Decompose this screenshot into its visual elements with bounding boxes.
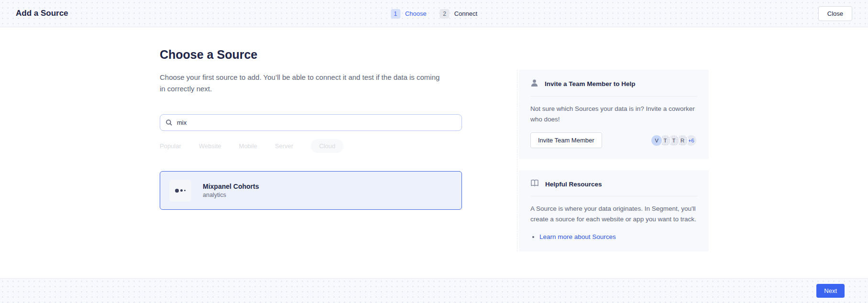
wizard-footer: Next: [0, 278, 868, 303]
step-connect: 2 Connect: [440, 9, 477, 19]
next-button[interactable]: Next: [816, 284, 845, 298]
person-icon: [530, 79, 538, 89]
resource-list-item: Learn more about Sources: [539, 233, 697, 240]
source-search-box[interactable]: [160, 114, 462, 131]
avatar: V: [650, 134, 663, 147]
invite-card-title: Invite a Team Member to Help: [545, 80, 636, 87]
search-icon: [165, 119, 173, 126]
invite-card-body: Not sure which Sources your data is in? …: [530, 104, 697, 125]
invite-team-card: Invite a Team Member to Help Not sure wh…: [519, 70, 709, 159]
divider: [530, 96, 697, 97]
close-button[interactable]: Close: [818, 6, 852, 21]
tab-website[interactable]: Website: [199, 139, 221, 153]
divider: [530, 196, 697, 196]
step-number-badge: 1: [391, 9, 400, 19]
resources-card-title: Helpful Resources: [545, 181, 602, 188]
tab-mobile[interactable]: Mobile: [239, 139, 257, 153]
category-tabs: Popular Website Mobile Server Cloud: [160, 139, 462, 153]
mixpanel-logo-icon: [169, 180, 191, 202]
step-number-badge: 2: [440, 9, 450, 19]
step-label: Connect: [454, 10, 477, 17]
page-title: Add a Source: [16, 9, 68, 18]
page-heading: Choose a Source: [160, 48, 462, 62]
resources-card-body: A Source is where your data originates. …: [530, 204, 697, 225]
search-input[interactable]: [177, 119, 456, 126]
source-result-mixpanel-cohorts[interactable]: Mixpanel Cohorts analytics: [160, 171, 462, 210]
tab-cloud[interactable]: Cloud: [311, 139, 343, 153]
main-content: Choose a Source Choose your first source…: [160, 27, 462, 210]
team-avatar-stack: V T T R +6: [650, 134, 697, 147]
invite-team-member-button[interactable]: Invite Team Member: [530, 132, 602, 148]
help-sidebar: Invite a Team Member to Help Not sure wh…: [517, 70, 709, 251]
helpful-resources-card: Helpful Resources A Source is where your…: [519, 170, 709, 251]
source-name: Mixpanel Cohorts: [203, 183, 259, 190]
learn-more-sources-link[interactable]: Learn more about Sources: [539, 233, 616, 240]
tab-popular[interactable]: Popular: [160, 139, 181, 153]
wizard-header: Add a Source 1 Choose 2 Connect Close: [0, 0, 868, 27]
tab-server[interactable]: Server: [275, 139, 293, 153]
page-description: Choose your first source to add. You’ll …: [160, 72, 440, 95]
wizard-stepper: 1 Choose 2 Connect: [391, 0, 477, 27]
step-label: Choose: [405, 10, 427, 17]
step-choose: 1 Choose: [391, 9, 427, 19]
source-category: analytics: [203, 192, 259, 198]
book-icon: [530, 179, 539, 189]
